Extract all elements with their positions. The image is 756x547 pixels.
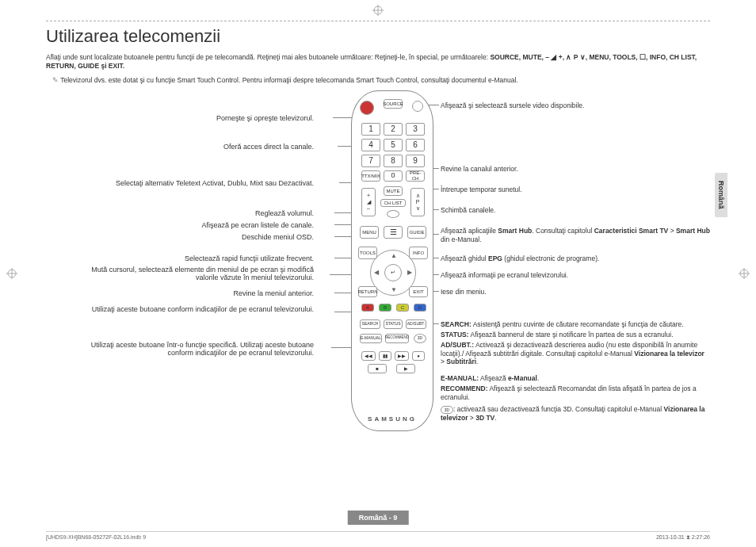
page-title: Utilizarea telecomenzii bbox=[46, 26, 710, 47]
right-arrow-icon: ▶ bbox=[407, 269, 412, 276]
3d-button: 3D bbox=[414, 334, 426, 343]
label-smarthub: Afişează aplicaţiile Smart Hub. Consulta… bbox=[441, 227, 710, 243]
smarthub-button: ☰ bbox=[384, 226, 403, 239]
source-button: SOURCE bbox=[384, 99, 403, 109]
key-5: 5 bbox=[384, 139, 403, 151]
label-chlist: Afişează pe ecran listele de canale. bbox=[76, 221, 314, 229]
left-arrow-icon: ◀ bbox=[374, 269, 379, 276]
key-4: 4 bbox=[361, 139, 380, 151]
emanual-button: E-MANUAL bbox=[360, 334, 382, 343]
label-ttx: Selectaţi alternativ Teletext Activat, D… bbox=[76, 179, 314, 187]
color-a-button: A bbox=[361, 304, 374, 312]
recommend-button: RECOMMEND bbox=[385, 334, 409, 343]
footer: [UHDS9-XH]BN68-05272F-02L16.indb 9 2013-… bbox=[46, 531, 710, 541]
enter-button: ↵ bbox=[384, 264, 402, 281]
3d-icon: 3D bbox=[441, 406, 453, 414]
remote-diagram: Porneşte şi opreşte televizorul. Oferă a… bbox=[46, 90, 710, 439]
chlist-button: CH LIST bbox=[380, 199, 406, 207]
crop-mark-left bbox=[6, 268, 17, 279]
label-vol: Reglează volumul. bbox=[76, 209, 314, 217]
label-search: SEARCH: Asistenţă pentru cuvinte de căut… bbox=[441, 320, 710, 329]
label-nav: Mută cursorul, selectează elemente din m… bbox=[76, 266, 314, 281]
label-source: Afişează şi selectează sursele video dis… bbox=[441, 101, 710, 110]
footer-time: 2013-10-31 ⧗ 2:27:26 bbox=[656, 534, 710, 541]
adsubt-button: AD/SUBT. bbox=[406, 319, 426, 329]
label-bottom: Utilizaţi aceste butoane într-o funcţie … bbox=[76, 341, 314, 357]
key-3: 3 bbox=[406, 123, 425, 136]
label-emanual: E-MANUAL: Afişează e-Manual. bbox=[441, 374, 710, 383]
label-prech: Revine la canalul anterior. bbox=[441, 165, 710, 174]
exit-button: EXIT bbox=[409, 286, 428, 297]
key-0: 0 bbox=[384, 170, 403, 182]
rec-button bbox=[387, 210, 399, 218]
label-status: STATUS: Afişează bannerul de stare şi no… bbox=[441, 331, 710, 339]
prech-button: PRE-CH bbox=[406, 170, 425, 182]
info-button: INFO bbox=[409, 247, 428, 259]
label-info: Afişează informaţii pe ecranul televizor… bbox=[441, 271, 710, 280]
stop-button: ■ bbox=[368, 364, 387, 373]
down-arrow-icon: ▼ bbox=[391, 286, 397, 293]
footer-file: [UHDS9-XH]BN68-05272F-02L16.indb 9 bbox=[46, 534, 146, 541]
key-2: 2 bbox=[384, 123, 403, 136]
label-exit: Iese din meniu. bbox=[441, 288, 710, 296]
rewind-button: ◀◀ bbox=[361, 351, 376, 361]
label-recommend: RECOMMEND: Afişează şi selectează Recoma… bbox=[441, 384, 710, 401]
key-8: 8 bbox=[384, 155, 403, 167]
key-1: 1 bbox=[361, 123, 380, 136]
color-b-button: B bbox=[379, 304, 391, 312]
intro-text: Aflaţi unde sunt localizate butoanele pe… bbox=[46, 53, 710, 71]
page: Utilizarea telecomenzii Aflaţi unde sunt… bbox=[0, 0, 756, 439]
label-ch: Schimbă canalele. bbox=[441, 206, 710, 215]
return-button: RETURN bbox=[358, 286, 377, 297]
label-guide: Afişează ghidul EPG (ghidul electronic d… bbox=[441, 254, 710, 263]
menu-button: MENU bbox=[360, 226, 379, 239]
search-button: SEARCH bbox=[360, 319, 380, 329]
brand-logo: SAMSUNG bbox=[368, 415, 417, 423]
power-button bbox=[360, 101, 374, 115]
play-button: ▶ bbox=[396, 364, 415, 373]
color-d-button: D bbox=[414, 304, 426, 312]
label-mute: Întrerupe temporar sunetul. bbox=[441, 186, 710, 194]
page-number: Română - 9 bbox=[348, 511, 409, 525]
note: Televizorul dvs. este dotat şi cu funcţi… bbox=[52, 76, 710, 84]
guide-button: GUIDE bbox=[407, 226, 426, 239]
pause-button: ▮▮ bbox=[379, 351, 391, 361]
label-adsubt: AD/SUBT.: Activează şi dezactivează desc… bbox=[441, 341, 710, 366]
forward-button: ▶▶ bbox=[395, 351, 409, 361]
key-7: 7 bbox=[361, 155, 380, 167]
intro-body: Aflaţi unde sunt localizate butoanele pe… bbox=[46, 53, 490, 61]
status-button: STATUS bbox=[384, 319, 403, 329]
crop-mark-right bbox=[739, 268, 750, 279]
crop-mark-top bbox=[372, 5, 384, 16]
label-return: Revine la meniul anterior. bbox=[76, 289, 314, 297]
label-power: Porneşte şi opreşte televizorul. bbox=[76, 114, 314, 122]
up-arrow-icon: ▲ bbox=[391, 252, 397, 259]
divider bbox=[46, 21, 710, 21]
key-9: 9 bbox=[406, 155, 425, 167]
channel-rocker: ∧P∨ bbox=[410, 188, 425, 216]
volume-rocker: +◢– bbox=[361, 188, 376, 216]
language-tab: Română bbox=[715, 173, 727, 217]
label-tools: Selectează rapid funcţii utilizate frecv… bbox=[76, 254, 314, 262]
tools-button: TOOLS bbox=[358, 247, 377, 259]
label-3d: 3D: activează sau dezactivează funcţia 3… bbox=[441, 405, 710, 422]
hdmi-button bbox=[412, 101, 423, 112]
color-c-button: C bbox=[396, 304, 409, 312]
key-6: 6 bbox=[406, 139, 425, 151]
label-colors: Utilizaţi aceste butoane conform indicaţ… bbox=[76, 305, 314, 313]
ttx-button: TTX/MIX bbox=[361, 170, 380, 182]
label-menu: Deschide meniul OSD. bbox=[76, 233, 314, 241]
mute-button: MUTE bbox=[384, 186, 403, 196]
record-button: ● bbox=[412, 351, 425, 361]
label-direct: Oferă acces direct la canale. bbox=[76, 143, 314, 151]
remote-body: SOURCE 1 2 3 4 5 6 7 8 9 TTX/MIX 0 PRE-C… bbox=[351, 90, 433, 431]
